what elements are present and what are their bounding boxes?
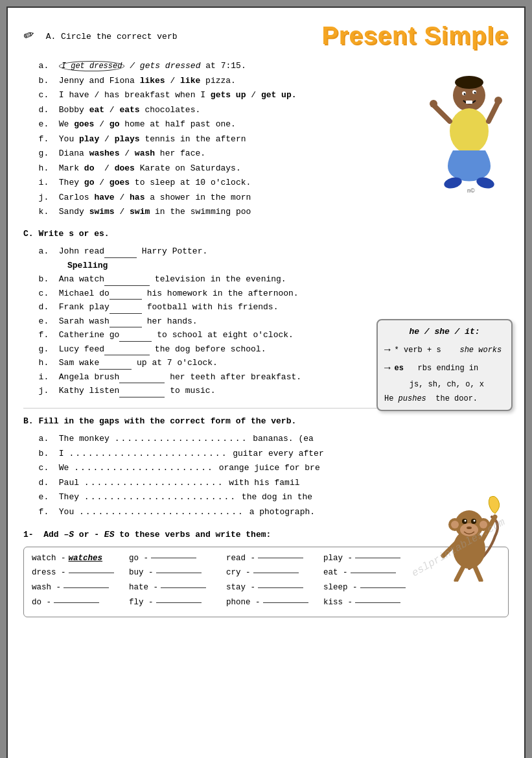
verb-hate: hate - xyxy=(129,582,220,594)
svg-line-30 xyxy=(474,565,481,580)
verb-sleep: sleep - xyxy=(323,582,414,594)
verb-buy: buy - xyxy=(129,567,220,579)
info-row-1: → * verb + s she works xyxy=(384,342,505,358)
info-box-title: he / she / it: xyxy=(384,326,505,338)
info-row-3: js, sh, ch, o, x xyxy=(391,379,505,390)
verb-do: do - xyxy=(32,597,122,609)
dots-d: ...................... xyxy=(84,478,224,488)
section-a-title: ✏️ A. Circle the correct verb xyxy=(23,21,178,48)
verb-fly: fly - xyxy=(129,597,220,609)
info-row-4: He pushes the door. xyxy=(384,393,505,405)
blank-g[interactable] xyxy=(104,355,150,355)
dots-c: ...................... xyxy=(74,463,214,473)
section-b-title: B. Fill in the gaps with the correct for… xyxy=(23,415,509,428)
svg-point-26 xyxy=(467,527,472,529)
svg-point-10 xyxy=(430,100,437,108)
section-a-header: ✏️ A. Circle the correct verb xyxy=(23,21,178,52)
answer-watch: watches xyxy=(69,552,103,565)
pencil-icon: ✏️ xyxy=(19,19,38,49)
write-c: c. Michael do his homework in the aftern… xyxy=(29,287,509,300)
dots-b: ......................... xyxy=(69,449,227,458)
svg-point-11 xyxy=(494,97,502,104)
blank-j[interactable] xyxy=(119,397,165,397)
write-a: a. John read Harry Potter. xyxy=(29,245,509,258)
verb-read: read - xyxy=(226,552,317,565)
info-text-2: es rbs ending in xyxy=(395,362,479,374)
dots-a: ..................... xyxy=(115,434,248,444)
svg-point-5 xyxy=(474,92,476,94)
worksheet-page: ✏️ A. Circle the correct verb Present Si… xyxy=(6,6,526,758)
svg-line-29 xyxy=(456,565,464,580)
boy-illustration: n© xyxy=(421,73,505,202)
svg-point-1 xyxy=(455,76,483,89)
blank-e[interactable] xyxy=(110,327,142,327)
blank-go[interactable] xyxy=(151,558,196,558)
circled-answer-a: I get dressed xyxy=(59,61,125,71)
dots-f: .......................... xyxy=(79,507,244,517)
arrow-icon-1: → xyxy=(384,342,391,358)
verb-row-4: do - fly - phone - kiss - xyxy=(32,597,500,609)
verb-stay: stay - xyxy=(226,582,317,594)
blank-phone[interactable] xyxy=(263,602,308,603)
section-a-label: A. Circle the correct verb xyxy=(46,32,178,41)
blank-stay[interactable] xyxy=(258,587,303,588)
spelling-info-box: he / she / it: → * verb + s she works → … xyxy=(376,319,513,411)
blank-buy[interactable] xyxy=(156,573,202,573)
svg-point-7 xyxy=(450,108,489,154)
verb-phone: phone - xyxy=(226,597,317,609)
info-text-1: * verb + s she works xyxy=(395,344,502,356)
blank-cry[interactable] xyxy=(253,573,299,573)
blank-hate[interactable] xyxy=(161,587,206,588)
write-b: b. Ana watch television in the evening. xyxy=(29,273,509,286)
blank-c[interactable] xyxy=(110,299,142,300)
blank-read[interactable] xyxy=(258,558,303,558)
exercise-k: k. Sandy swims / swim in the swimming po… xyxy=(23,206,509,219)
verb-play: play - xyxy=(323,552,414,565)
blank-sleep[interactable] xyxy=(360,587,406,588)
arrow-icon-2: → xyxy=(384,361,391,376)
svg-line-8 xyxy=(434,105,450,121)
write-d: d. Frank play football with his friends. xyxy=(29,301,509,314)
blank-dress[interactable] xyxy=(69,573,114,573)
blank-kiss[interactable] xyxy=(355,602,400,603)
exercise-a: a. I get dressed / gets dressed at 7:15. xyxy=(23,60,509,73)
blank-d[interactable] xyxy=(110,313,142,314)
svg-point-24 xyxy=(465,520,467,522)
verb-eat: eat - xyxy=(323,567,414,579)
fill-c: c. We ...................... orange juic… xyxy=(29,462,509,475)
blank-b[interactable] xyxy=(104,285,150,286)
blank-i[interactable] xyxy=(119,383,165,383)
section-c-title: C. Write s or es. xyxy=(23,228,509,241)
verb-dress: dress - xyxy=(32,567,122,579)
svg-text:n©: n© xyxy=(467,187,475,194)
svg-point-18 xyxy=(451,521,459,528)
verb-wash: wash - xyxy=(32,582,122,594)
svg-rect-6 xyxy=(466,101,472,104)
blank-do[interactable] xyxy=(54,602,99,603)
info-row-2: → es rbs ending in xyxy=(384,361,505,376)
verb-cry: cry - xyxy=(226,567,317,579)
blank-wash[interactable] xyxy=(64,587,109,588)
fill-a: a. The monkey ..................... bana… xyxy=(29,432,509,445)
blank-fly[interactable] xyxy=(156,602,202,603)
dots-e: ........................ xyxy=(84,492,237,502)
blank-eat[interactable] xyxy=(351,573,396,573)
spelling-label: Spelling xyxy=(67,259,509,272)
svg-line-9 xyxy=(489,102,498,121)
page-header: ✏️ A. Circle the correct verb Present Si… xyxy=(23,21,509,54)
blank-play[interactable] xyxy=(355,558,400,558)
svg-point-4 xyxy=(464,93,466,95)
verb-watch: watch - watches xyxy=(32,552,122,565)
verb-row-3: wash - hate - stay - sleep - xyxy=(32,582,500,594)
page-title: Present Simple xyxy=(321,18,509,54)
blank-h[interactable] xyxy=(99,369,132,370)
blank-a[interactable] xyxy=(104,257,137,258)
fill-b: b. I ......................... guitar ev… xyxy=(29,447,509,460)
verb-kiss: kiss - xyxy=(323,597,414,609)
verb-go: go - xyxy=(129,552,220,565)
blank-f[interactable] xyxy=(119,341,152,342)
svg-point-25 xyxy=(474,520,476,522)
